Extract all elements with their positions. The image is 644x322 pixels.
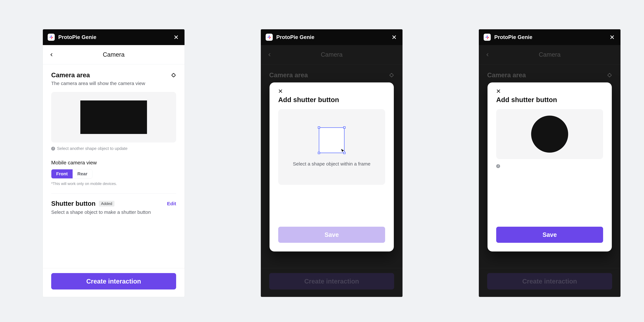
focus-button[interactable]	[171, 72, 176, 78]
page-title: Camera	[486, 51, 614, 58]
app-title: ProtoPie Genie	[276, 34, 390, 40]
add-shutter-modal: Add shutter button Select a shape object…	[270, 82, 394, 252]
crosshair-icon	[607, 72, 612, 78]
camera-area-hint: i Select another shape object to update	[51, 146, 176, 151]
app-header: ProtoPie Genie	[479, 29, 620, 45]
create-interaction-button[interactable]: Create interaction	[51, 273, 176, 290]
focus-button	[389, 72, 394, 78]
modal-save-button[interactable]: Save	[496, 227, 603, 243]
selected-shape-preview	[531, 116, 568, 153]
section-divider	[51, 193, 176, 194]
focus-button	[607, 72, 612, 78]
modal-empty-hint: Select a shape object within a frame	[293, 161, 370, 167]
modal-title: Add shutter button	[278, 96, 385, 104]
app-header: ProtoPie Genie	[261, 29, 402, 45]
mobile-view-segmented: Front Rear	[51, 169, 92, 178]
create-interaction-button: Create interaction	[269, 273, 394, 290]
crosshair-icon	[389, 72, 394, 78]
camera-area-sub: The camera area will show the camera vie…	[51, 81, 176, 86]
shutter-added-badge: Added	[99, 201, 114, 206]
modal-selected-well	[496, 109, 603, 159]
svg-point-1	[390, 74, 393, 77]
camera-area-heading: Camera area	[487, 72, 607, 79]
panel-footer: Create interaction	[43, 268, 184, 297]
app-logo-icon	[484, 34, 491, 41]
page-title-row: Camera	[479, 45, 620, 64]
shutter-sub: Select a shape object to make a shutter …	[51, 210, 176, 215]
close-panel-button[interactable]	[172, 34, 180, 41]
panel-footer: Create interaction	[261, 268, 402, 297]
modal-close-button[interactable]	[278, 89, 284, 95]
page-title-row: Camera	[43, 45, 184, 64]
close-icon	[496, 89, 501, 94]
cursor-icon	[340, 148, 345, 153]
svg-point-0	[172, 74, 175, 77]
crosshair-icon	[171, 72, 176, 78]
mobile-view-note: *This will work only on mobile devices.	[51, 182, 176, 186]
mobile-view-front-button[interactable]: Front	[51, 169, 72, 178]
shutter-heading: Shutter button	[51, 200, 96, 207]
page-title: Camera	[50, 51, 178, 58]
modal-selected-hint: Select another shape object to update	[502, 164, 572, 168]
panel-add-shutter-empty: ProtoPie Genie Camera Camera area Create…	[261, 29, 402, 297]
modal-selected-hint-row: i Select another shape object to update	[496, 164, 603, 168]
camera-area-heading: Camera area	[51, 72, 171, 79]
app-header: ProtoPie Genie	[43, 29, 184, 45]
modal-close-button[interactable]	[496, 89, 502, 95]
close-icon	[610, 35, 614, 40]
panel-camera-settings: ProtoPie Genie Camera Camera area The ca…	[43, 29, 184, 297]
mobile-view-label: Mobile camera view	[51, 160, 176, 166]
panel-footer: Create interaction	[479, 268, 620, 297]
modal-title: Add shutter button	[496, 96, 603, 104]
create-interaction-button: Create interaction	[487, 273, 612, 290]
app-logo-icon	[48, 34, 55, 41]
camera-preview-well	[51, 92, 176, 142]
modal-save-button-disabled: Save	[278, 227, 385, 243]
camera-area-hint-text: Select another shape object to update	[57, 146, 128, 151]
info-icon: i	[496, 164, 500, 168]
camera-preview-shape	[80, 100, 147, 134]
camera-area-heading: Camera area	[269, 72, 389, 79]
modal-empty-well: Select a shape object within a frame	[278, 109, 385, 185]
shutter-edit-link[interactable]: Edit	[167, 201, 176, 206]
app-title: ProtoPie Genie	[494, 34, 608, 40]
panel-add-shutter-selected: ProtoPie Genie Camera Camera area Create…	[479, 29, 620, 297]
close-icon	[174, 35, 178, 40]
close-panel-button[interactable]	[390, 34, 398, 41]
svg-point-2	[608, 74, 611, 77]
app-logo-icon	[266, 34, 273, 41]
shutter-header-row: Shutter button Added Edit	[51, 200, 176, 207]
close-icon	[278, 89, 283, 94]
camera-area-header: Camera area	[51, 72, 176, 79]
panel-body: Camera area The camera area will show th…	[43, 64, 184, 268]
app-title: ProtoPie Genie	[58, 34, 172, 40]
mobile-view-rear-button[interactable]: Rear	[72, 169, 92, 178]
close-icon	[392, 35, 396, 40]
add-shutter-modal: Add shutter button i Select another shap…	[488, 82, 612, 252]
info-icon: i	[51, 147, 55, 150]
page-title-row: Camera	[261, 45, 402, 64]
selection-placeholder-icon	[319, 127, 344, 153]
page-title: Camera	[268, 51, 396, 58]
close-panel-button[interactable]	[608, 34, 616, 41]
